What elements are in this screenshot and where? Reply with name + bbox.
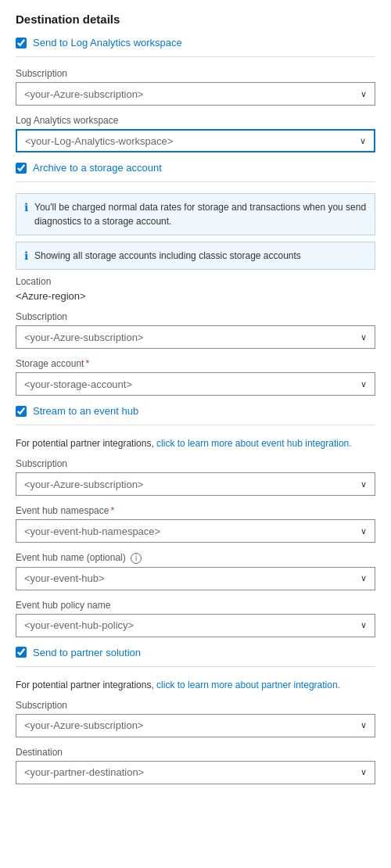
page-title: Destination details bbox=[16, 13, 375, 26]
event-hub-policy-value: <your-event-hub-policy> bbox=[24, 619, 134, 631]
workspace-label: Log Analytics workspace bbox=[16, 115, 375, 126]
info-icon-1: ℹ bbox=[24, 201, 28, 213]
event-hub-name-arrow: ∨ bbox=[361, 573, 367, 583]
storage-account-value: <your-storage-account> bbox=[24, 378, 132, 390]
partner-subscription-dropdown[interactable]: <your-Azure-subscription> ∨ bbox=[16, 714, 375, 737]
info-icon-2: ℹ bbox=[24, 249, 28, 262]
event-hub-namespace-dropdown[interactable]: <your-event-hub-namespace> ∨ bbox=[16, 519, 375, 543]
storage-account-arrow: ∨ bbox=[361, 379, 367, 389]
partner-solution-note-text: For potential partner integrations, bbox=[16, 680, 156, 690]
log-analytics-checkbox[interactable] bbox=[16, 38, 27, 48]
partner-subscription-arrow: ∨ bbox=[361, 720, 367, 730]
partner-destination-value: <your-partner-destination> bbox=[24, 766, 144, 778]
event-hub-name-label: Event hub name (optional) i bbox=[16, 552, 375, 564]
event-hub-subscription-value: <your-Azure-subscription> bbox=[24, 479, 143, 490]
event-hub-namespace-value: <your-event-hub-namespace> bbox=[24, 525, 160, 537]
event-hub-name-dropdown[interactable]: <your-event-hub> ∨ bbox=[16, 567, 375, 590]
log-analytics-label[interactable]: Send to Log Analytics workspace bbox=[33, 37, 182, 48]
event-hub-policy-dropdown[interactable]: <your-event-hub-policy> ∨ bbox=[16, 614, 375, 637]
storage-account-dropdown[interactable]: <your-storage-account> ∨ bbox=[16, 372, 375, 396]
storage-subscription-value: <your-Azure-subscription> bbox=[24, 332, 143, 343]
event-hub-subscription-arrow: ∨ bbox=[361, 479, 367, 490]
partner-subscription-label: Subscription bbox=[16, 700, 375, 711]
workspace-value: <your-Log-Analytics-workspace> bbox=[25, 135, 173, 147]
storage-info-text-2: Showing all storage accounts including c… bbox=[34, 249, 301, 263]
storage-required-mark: * bbox=[85, 358, 89, 369]
event-hub-subscription-label: Subscription bbox=[16, 458, 375, 469]
event-hub-label[interactable]: Stream to an event hub bbox=[33, 405, 138, 417]
event-hub-partner-note: For potential partner integrations, clic… bbox=[16, 436, 375, 450]
workspace-arrow: ∨ bbox=[360, 136, 366, 146]
event-hub-policy-label: Event hub policy name bbox=[16, 600, 375, 611]
namespace-required-mark: * bbox=[110, 505, 114, 516]
event-hub-namespace-label: Event hub namespace* bbox=[16, 505, 375, 516]
storage-location-value: <Azure-region> bbox=[16, 290, 375, 302]
partner-solution-label[interactable]: Send to partner solution bbox=[33, 647, 141, 658]
log-analytics-subscription-dropdown[interactable]: <your-Azure-subscription> ∨ bbox=[16, 82, 375, 106]
partner-solution-checkbox[interactable] bbox=[16, 647, 27, 658]
log-analytics-subscription-arrow: ∨ bbox=[361, 89, 367, 99]
storage-subscription-dropdown[interactable]: <your-Azure-subscription> ∨ bbox=[16, 325, 375, 349]
event-hub-subscription-dropdown[interactable]: <your-Azure-subscription> ∨ bbox=[16, 472, 375, 496]
partner-destination-label: Destination bbox=[16, 747, 375, 758]
log-analytics-subscription-label: Subscription bbox=[16, 68, 375, 79]
storage-subscription-label: Subscription bbox=[16, 311, 375, 322]
event-hub-name-value: <your-event-hub> bbox=[24, 572, 105, 584]
archive-storage-checkbox[interactable] bbox=[16, 163, 27, 174]
event-hub-checkbox[interactable] bbox=[16, 406, 27, 417]
workspace-dropdown[interactable]: <your-Log-Analytics-workspace> ∨ bbox=[16, 129, 375, 152]
partner-solution-note: For potential partner integrations, clic… bbox=[16, 678, 375, 692]
partner-destination-arrow: ∨ bbox=[361, 767, 367, 777]
event-hub-partner-note-text: For potential partner integrations, bbox=[16, 438, 156, 449]
archive-storage-label[interactable]: Archive to a storage account bbox=[33, 162, 162, 174]
event-hub-namespace-arrow: ∨ bbox=[361, 526, 367, 536]
partner-destination-dropdown[interactable]: <your-partner-destination> ∨ bbox=[16, 761, 375, 784]
storage-location-label: Location bbox=[16, 276, 375, 287]
storage-info-text-1: You'll be charged normal data rates for … bbox=[34, 200, 367, 228]
log-analytics-subscription-value: <your-Azure-subscription> bbox=[24, 88, 143, 100]
storage-account-label: Storage account* bbox=[16, 358, 375, 369]
event-hub-partner-link[interactable]: click to learn more about event hub inte… bbox=[156, 438, 351, 449]
storage-subscription-arrow: ∨ bbox=[361, 332, 367, 343]
partner-subscription-value: <your-Azure-subscription> bbox=[24, 719, 143, 731]
partner-solution-link[interactable]: click to learn more about partner integr… bbox=[156, 680, 340, 690]
storage-info-box-1: ℹ You'll be charged normal data rates fo… bbox=[16, 193, 375, 235]
event-hub-policy-arrow: ∨ bbox=[361, 620, 367, 630]
storage-info-box-2: ℹ Showing all storage accounts including… bbox=[16, 242, 375, 270]
hub-name-info-icon[interactable]: i bbox=[131, 553, 142, 564]
